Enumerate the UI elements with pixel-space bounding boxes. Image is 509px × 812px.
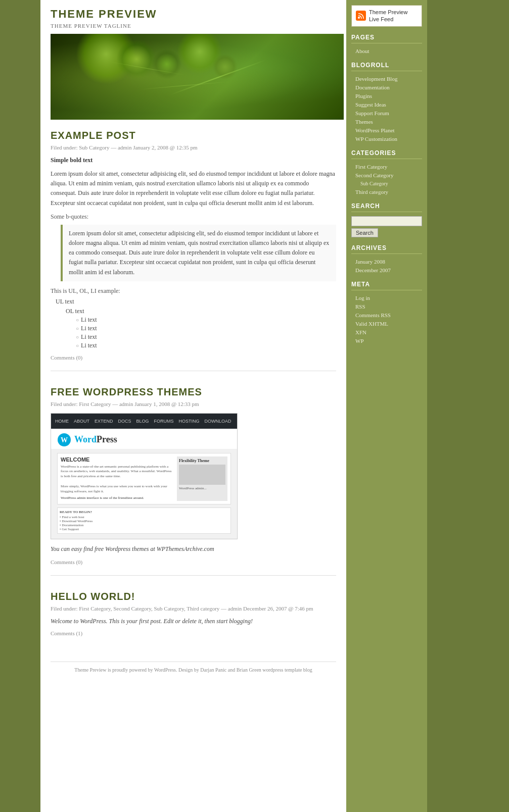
sidebar-item-first-category[interactable]: First Category bbox=[351, 163, 422, 170]
search-input[interactable] bbox=[351, 216, 422, 226]
sidebar-categories-title: CATEGORIES bbox=[351, 149, 422, 159]
comments-link-wp-themes[interactable]: Comments (0) bbox=[51, 559, 336, 565]
sidebar-meta-title: META bbox=[351, 281, 422, 290]
svg-text:W: W bbox=[61, 436, 68, 444]
footer-text: Theme Preview is proudly powered by Word… bbox=[74, 667, 312, 673]
sidebar-item-rss[interactable]: RSS bbox=[351, 303, 422, 310]
search-button[interactable]: Search bbox=[351, 228, 378, 237]
sidebar-item-jan2008[interactable]: January 2008 bbox=[351, 258, 422, 265]
blockquote: Lorem ipsum dolor sit amet, consectetur … bbox=[61, 225, 336, 281]
svg-point-2 bbox=[358, 17, 360, 19]
ul-text: UL text bbox=[56, 298, 336, 306]
wp-screenshot: HOME ABOUT EXTEND DOCS BLOG FORUMS HOSTI… bbox=[51, 413, 238, 539]
sidebar-item-wp-customization[interactable]: WP Customization bbox=[351, 135, 422, 142]
sidebar-item-valid-xhtml[interactable]: Valid XHTML bbox=[351, 320, 422, 327]
sidebar-pages-title: PAGES bbox=[351, 34, 422, 43]
sidebar-item-about[interactable]: About bbox=[351, 47, 422, 55]
sidebar-blogroll-title: BLOGROLL bbox=[351, 62, 422, 71]
footer: Theme Preview is proudly powered by Word… bbox=[51, 662, 336, 678]
sidebar-item-suggest-ideas[interactable]: Suggest Ideas bbox=[351, 101, 422, 108]
list-item: Li text bbox=[76, 316, 336, 324]
sidebar-item-second-category[interactable]: Second Category bbox=[351, 172, 422, 179]
wordpress-logo-icon: W bbox=[57, 433, 71, 447]
ol-text: OL text bbox=[66, 308, 336, 315]
sidebar-item-support-forum[interactable]: Support Forum bbox=[351, 110, 422, 117]
sidebar-item-themes[interactable]: Themes bbox=[351, 118, 422, 125]
sidebar-item-third-category[interactable]: Third category bbox=[351, 188, 422, 195]
post-example-post: EXAMPLE POST Filed under: Sub Category —… bbox=[51, 130, 336, 371]
post-title-example[interactable]: EXAMPLE POST bbox=[51, 130, 336, 141]
sidebar-item-wp[interactable]: WP bbox=[351, 337, 422, 344]
post-meta-wp-themes: Filed under: First Category — admin Janu… bbox=[51, 401, 336, 407]
sidebar-archives-title: ARCHIVES bbox=[351, 244, 422, 254]
sidebar-item-wp-planet[interactable]: WordPress Planet bbox=[351, 127, 422, 134]
sidebar-item-sub-category[interactable]: Sub Category bbox=[351, 180, 422, 187]
bquote-label: Some b-quotes: bbox=[51, 213, 336, 221]
post-title-wp-themes[interactable]: FREE WORDPRESS THEMES bbox=[51, 386, 336, 398]
sidebar-item-plugins[interactable]: Plugins bbox=[351, 92, 422, 99]
rss-icon bbox=[356, 11, 366, 21]
post-meta-example: Filed under: Sub Category — admin Januar… bbox=[51, 144, 336, 150]
feed-box[interactable]: Theme Preview Live Feed bbox=[351, 5, 422, 27]
list-item: Li text bbox=[76, 325, 336, 332]
comments-link-example[interactable]: Comments (0) bbox=[51, 354, 336, 361]
sidebar-item-dec2007[interactable]: December 2007 bbox=[351, 267, 422, 274]
header-image bbox=[51, 34, 344, 120]
feed-label: Theme Preview Live Feed bbox=[369, 9, 418, 23]
post-free-wp-themes: FREE WORDPRESS THEMES Filed under: First… bbox=[51, 386, 336, 576]
post-body-example: Lorem ipsum dolor sit amet, consectetur … bbox=[51, 169, 336, 208]
sidebar-item-login[interactable]: Log in bbox=[351, 294, 422, 301]
site-title: THEME PREVIEW bbox=[51, 8, 336, 21]
list-item: Li text bbox=[76, 342, 336, 349]
sidebar-search-title: SEARCH bbox=[351, 202, 422, 212]
sidebar: Theme Preview Live Feed PAGES About BLOG… bbox=[346, 0, 427, 812]
site-tagline: THEME PREVIEW TAGLINE bbox=[51, 23, 336, 29]
ul-ol-label: This is UL, OL, LI example: bbox=[51, 287, 336, 295]
sidebar-item-documentation[interactable]: Documentation bbox=[351, 84, 422, 91]
post-hello-world: HELLO WORLD! Filed under: First Category… bbox=[51, 591, 336, 646]
sidebar-item-comments-rss[interactable]: Comments RSS bbox=[351, 312, 422, 319]
post-body-hello-world: Welcome to WordPress. This is your first… bbox=[51, 618, 336, 625]
simple-bold-text: Simple bold text bbox=[51, 157, 336, 164]
comments-link-hello-world[interactable]: Comments (1) bbox=[51, 630, 336, 636]
post-meta-hello-world: Filed under: First Category, Second Cate… bbox=[51, 605, 336, 612]
sidebar-item-xfn[interactable]: XFN bbox=[351, 329, 422, 336]
list-item: Li text bbox=[76, 333, 336, 341]
post-title-hello-world[interactable]: HELLO WORLD! bbox=[51, 591, 336, 602]
sidebar-item-devblog[interactable]: Development Blog bbox=[351, 75, 422, 82]
post-body-wp-themes: You can easy find free Wordpress themes … bbox=[51, 545, 336, 553]
